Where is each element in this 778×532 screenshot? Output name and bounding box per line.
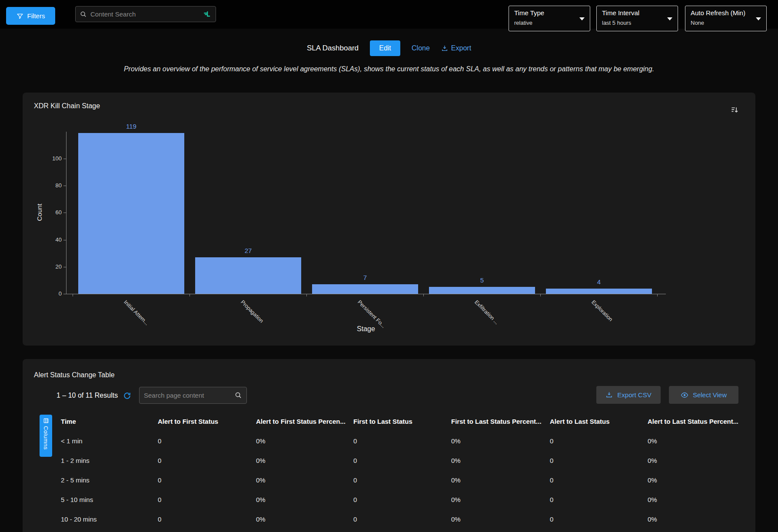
chevron-down-icon xyxy=(667,17,672,20)
table-cell: 0% xyxy=(256,451,353,470)
auto-refresh-dropdown[interactable]: Auto Refresh (Min) None xyxy=(685,6,767,31)
auto-refresh-label: Auto Refresh (Min) xyxy=(691,9,745,17)
table-header-row: TimeAlert to First StatusAlert to First … xyxy=(61,411,738,431)
bar-value-label: 4 xyxy=(582,278,616,286)
y-tick-mark xyxy=(63,186,66,186)
time-interval-label: Time Interval xyxy=(602,9,639,17)
table-cell: 5 - 10 mins xyxy=(61,490,158,509)
table-cell: 0% xyxy=(256,431,353,451)
table-cell: 0% xyxy=(451,451,550,470)
filters-button-label: Filters xyxy=(27,12,45,20)
filters-button[interactable]: Filters xyxy=(6,7,55,25)
table-cell: 0 xyxy=(158,470,256,490)
column-header[interactable]: First to Last Status Percent... xyxy=(451,411,550,431)
content-search-input[interactable] xyxy=(90,10,199,18)
chart-bar[interactable] xyxy=(546,289,652,294)
table-cell: 0 xyxy=(550,431,648,451)
topbar: Filters Time Type relative Time Interval… xyxy=(0,0,778,29)
export-csv-button[interactable]: Export CSV xyxy=(596,386,661,404)
column-header[interactable]: Alert to Last Status Percent... xyxy=(648,411,738,431)
time-interval-value: last 5 hours xyxy=(602,20,631,26)
brand-logo-icon xyxy=(203,10,211,19)
alert-status-table-wrap: TimeAlert to First StatusAlert to First … xyxy=(61,411,738,529)
table-cell: 0% xyxy=(256,490,353,509)
bar-value-label: 7 xyxy=(348,274,382,281)
column-header[interactable]: Alert to First Status xyxy=(158,411,256,431)
page-search-input[interactable] xyxy=(144,392,231,399)
download-icon xyxy=(441,45,448,52)
chart-bar[interactable] xyxy=(429,287,535,294)
sla-dashboard-page: { "colors": { "accent_blue": "#2196f3", … xyxy=(0,0,778,532)
table-cell: 0 xyxy=(550,451,648,470)
bar-value-label: 27 xyxy=(231,247,266,254)
x-tick-mark xyxy=(540,294,541,296)
table-cell: 2 - 5 mins xyxy=(61,470,158,490)
filter-icon xyxy=(17,13,23,20)
column-header[interactable]: Alert to Last Status xyxy=(550,411,648,431)
column-header[interactable]: Alert to First Status Percen... xyxy=(256,411,353,431)
eye-icon xyxy=(681,391,688,399)
y-tick-mark xyxy=(63,240,66,240)
table-cell: 0 xyxy=(158,451,256,470)
column-header[interactable]: First to Last Status xyxy=(353,411,451,431)
table-cell: 1 - 2 mins xyxy=(61,451,158,470)
table-cell: 0% xyxy=(648,490,738,509)
table-cell: 0% xyxy=(451,470,550,490)
y-tick-label: 80 xyxy=(43,182,62,189)
table-cell: 0 xyxy=(353,490,451,509)
x-axis xyxy=(66,294,666,294)
x-category-label: Persistent Fo... xyxy=(356,299,386,329)
page-title: SLA Dashboard xyxy=(307,44,359,53)
time-interval-dropdown[interactable]: Time Interval last 5 hours xyxy=(596,6,678,31)
results-count: 1 – 10 of 11 Results xyxy=(57,392,118,399)
x-category-label: Initial Attem... xyxy=(123,299,150,326)
y-tick-label: 100 xyxy=(43,155,62,162)
refresh-button[interactable] xyxy=(123,392,131,400)
search-icon xyxy=(80,11,87,18)
dashboard-header: SLA Dashboard Edit Clone Export xyxy=(0,40,778,56)
y-tick-label: 40 xyxy=(43,236,62,243)
table-cell: 0 xyxy=(158,431,256,451)
search-icon xyxy=(235,392,242,399)
bar-chart: 020406080100119Initial Attem...27Propaga… xyxy=(23,93,755,346)
x-category-label: Exfiltration ... xyxy=(473,299,500,326)
time-type-dropdown[interactable]: Time Type relative xyxy=(509,6,590,31)
table-title: Alert Status Change Table xyxy=(34,371,115,379)
table-cell: 0% xyxy=(451,431,550,451)
x-tick-mark xyxy=(306,294,307,296)
column-header[interactable]: Time xyxy=(61,411,158,431)
x-tick-mark xyxy=(423,294,424,296)
table-cell: 0% xyxy=(648,509,738,529)
select-view-button[interactable]: Select View xyxy=(669,386,738,404)
chart-bar[interactable] xyxy=(78,133,184,294)
clone-button[interactable]: Clone xyxy=(412,44,430,52)
content-search xyxy=(75,6,216,22)
time-type-value: relative xyxy=(514,20,532,26)
export-button-label: Export xyxy=(451,44,471,52)
table-panel: Alert Status Change Table 1 – 10 of 11 R… xyxy=(23,359,755,532)
download-icon xyxy=(605,391,613,399)
chart-bar[interactable] xyxy=(312,284,418,294)
chart-bar[interactable] xyxy=(195,257,301,294)
columns-button[interactable]: Columns xyxy=(40,415,52,457)
table-cell: 0 xyxy=(353,509,451,529)
export-button[interactable]: Export xyxy=(441,44,471,52)
x-tick-mark xyxy=(73,294,73,296)
table-cell: 0 xyxy=(550,509,648,529)
y-tick-mark xyxy=(63,267,66,267)
y-axis xyxy=(66,132,66,294)
alert-status-table: TimeAlert to First StatusAlert to First … xyxy=(61,411,738,529)
page-content-search xyxy=(139,387,247,404)
y-axis-title: Count xyxy=(36,202,43,223)
edit-button[interactable]: Edit xyxy=(370,40,400,56)
columns-grid-icon xyxy=(43,418,49,424)
x-axis-title: Stage xyxy=(349,325,383,333)
table-cell: < 1 min xyxy=(61,431,158,451)
table-row: 5 - 10 mins00%00%00% xyxy=(61,490,738,509)
x-tick-mark xyxy=(657,294,658,296)
table-cell: 0% xyxy=(451,509,550,529)
table-cell: 0% xyxy=(451,490,550,509)
chevron-down-icon xyxy=(756,17,761,20)
chart-panel: XDR Kill Chain Stage 020406080100119Init… xyxy=(23,93,755,346)
table-cell: 0 xyxy=(158,509,256,529)
